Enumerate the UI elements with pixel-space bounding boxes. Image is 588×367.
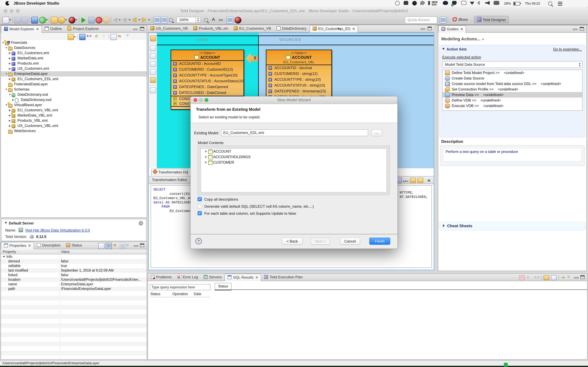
action-item-preview-data-[interactable]: Preview Data >><undefined>: [442, 92, 582, 98]
run-dropdown-icon[interactable]: [46, 19, 48, 20]
tree-item-enterprisedatalayer[interactable]: ▼EnterpriseDataLayer: [1, 71, 147, 76]
annotate-button[interactable]: [58, 17, 65, 24]
pin-property-icon[interactable]: [98, 243, 104, 249]
open-results-folder-icon[interactable]: [544, 275, 549, 280]
tree-mode-icon[interactable]: [106, 243, 112, 249]
results-column-operation[interactable]: Operation: [173, 292, 188, 297]
table-column[interactable]: CDATEOPENED : timestamp(23): [267, 88, 331, 94]
browse-button[interactable]: ...: [371, 129, 382, 136]
vpn-shield-icon[interactable]: [452, 1, 457, 6]
minimize-view-icon[interactable]: [133, 29, 138, 30]
tree-item-eu-customers-vbl-xmi[interactable]: ▶EU_Customers_VBL.xmi: [1, 108, 147, 113]
palette-new-table-icon[interactable]: [150, 45, 156, 51]
back-button[interactable]: [132, 17, 136, 22]
open-perspective-button[interactable]: [440, 17, 447, 24]
link-with-editor-icon[interactable]: ⇆: [118, 34, 123, 40]
action-item-create-source-model-from-teiid-data-sour[interactable]: Create source model from Teiid data sour…: [442, 81, 582, 87]
debug-button[interactable]: [88, 17, 95, 24]
import-transformation-icon[interactable]: [417, 178, 423, 183]
close-icon[interactable]: ✕: [36, 26, 39, 33]
spotlight-search-icon[interactable]: [548, 1, 552, 6]
tree-item-webservices[interactable]: WebServices: [1, 128, 147, 134]
transformation-diagram-tab[interactable]: Transformation Diag: [151, 169, 188, 175]
close-icon[interactable]: ✕: [255, 274, 258, 281]
forward-button[interactable]: [142, 17, 146, 22]
battery-icon[interactable]: [513, 1, 520, 6]
close-icon[interactable]: ✕: [28, 242, 31, 249]
execute-selected-action-link[interactable]: Execute selected action: [442, 55, 481, 59]
value-column-header[interactable]: Value: [61, 249, 70, 254]
close-icon[interactable]: ✕: [352, 25, 355, 33]
bottom-tab-problems[interactable]: Problems: [148, 274, 174, 281]
flat-mode-icon[interactable]: ⇉: [113, 243, 119, 248]
keyboard-icon[interactable]: [494, 1, 499, 6]
editor-tab-eu-customers-vb[interactable]: EU_Customers_VB: [231, 25, 274, 32]
properties-menu-icon[interactable]: ▽: [127, 243, 132, 249]
tree-item-virtualbaselayer[interactable]: ▼VirtualBaseLayer: [1, 102, 147, 108]
zoom-level-combo[interactable]: 100%▲▼: [176, 17, 201, 23]
expand-arrow-icon[interactable]: ▶: [9, 108, 11, 113]
bottom-tab-error-log[interactable]: Error Log: [174, 274, 201, 281]
collapse-all-icon[interactable]: [111, 34, 117, 40]
model-content-account[interactable]: ACCOUNT: [201, 149, 387, 154]
source-account-table[interactable]: <<Table>> ACCOUNT EU_Customers_VBL CACCO…: [266, 50, 332, 101]
existing-model-input[interactable]: EU_Customers_EDL.xmi: [221, 129, 368, 136]
teiid-build-dropdown-icon[interactable]: [75, 19, 77, 20]
pin-results-icon[interactable]: ⇥: [561, 275, 566, 280]
palette-save-diagram-icon[interactable]: [150, 87, 156, 93]
action-sets-header[interactable]: Action Sets: [442, 47, 467, 51]
editor-tab-eu-customers-ed[interactable]: EU_Customers_ED✕: [310, 25, 358, 33]
modeling-actions-title[interactable]: Modeling Actions... ▼: [441, 36, 484, 41]
bottom-menu-icon[interactable]: ▽: [568, 275, 572, 280]
explorer-tab-model-explorer[interactable]: Model Explorer✕: [1, 25, 42, 33]
palette-new-view-icon[interactable]: [150, 53, 156, 59]
table-column[interactable]: CDATEOPENED : DateOpened: [171, 84, 243, 90]
run-last-tool-button[interactable]: [39, 17, 46, 24]
unchecked-checkbox[interactable]: [198, 204, 202, 208]
tree-item-datasources[interactable]: ▼DataSources: [1, 45, 147, 50]
properties-tab-description[interactable]: Description: [34, 242, 63, 249]
zoom-out-icon[interactable]: [169, 17, 175, 24]
property-row-Info[interactable]: Info: [1, 254, 147, 259]
table-column[interactable]: CCUSTOMERID : CustomerID(12): [171, 67, 243, 73]
memory-meter-icon[interactable]: [428, 1, 430, 6]
apple-menu-icon[interactable]: [6, 1, 9, 6]
property-row-last-modified[interactable]: last modifiedSeptember 1, 2016 at 9:22:0…: [1, 268, 147, 273]
back-button[interactable]: < Back: [282, 238, 303, 245]
font-increase-icon[interactable]: A: [212, 17, 218, 23]
action-item-execute-vdb-[interactable]: Execute VDB >><undefined>: [442, 103, 582, 108]
menu-clock[interactable]: Thu 09:22: [525, 1, 540, 6]
new-model-dropdown-icon[interactable]: [74, 36, 76, 38]
table-column[interactable]: CACCOUNTSTATUS : AccountStatus(10): [171, 78, 243, 84]
table-column[interactable]: CACCOUNTTYPE : AccountType(10): [171, 73, 243, 78]
teiid-preview-button[interactable]: [234, 17, 241, 24]
import-icon[interactable]: ⇧: [102, 34, 107, 40]
next-edit-button[interactable]: [122, 17, 127, 22]
explorer-tab-outline[interactable]: Outline: [42, 25, 65, 33]
table-column[interactable]: CACCOUNTID : AccountID: [171, 61, 243, 67]
properties-tab-status[interactable]: Status: [63, 242, 85, 249]
expand-arrow-icon[interactable]: ▶: [9, 56, 11, 61]
tree-item-eu-customers-edl-xmi[interactable]: ▶EU_Customers_EDL.xmi: [1, 76, 147, 82]
export-results-icon[interactable]: [551, 275, 556, 280]
bottom-tab-teiid-execution-plan[interactable]: Teiid Execution Plan: [261, 274, 305, 281]
action-set-combo[interactable]: Model Teiid Data Source▲▼: [442, 61, 582, 68]
property-row-derived[interactable]: derivedfalse: [1, 259, 147, 264]
tree-item-datadictionary-xsd[interactable]: ▶DataDictionary.xsd: [1, 97, 147, 102]
tree-item-marketdata-vbl-xmi[interactable]: ▶MarketData_VBL.xmi: [1, 113, 147, 118]
zoom-in-icon[interactable]: [204, 17, 210, 24]
tray-icon[interactable]: [504, 363, 508, 367]
expand-arrow-icon[interactable]: ▶: [9, 66, 11, 71]
tab-overflow-indicator[interactable]: »4: [337, 26, 341, 31]
refresh-icon[interactable]: ↺: [95, 34, 100, 40]
table-column[interactable]: CDATECLOSED : DateClosed: [171, 90, 243, 96]
expand-arrow-icon[interactable]: [205, 161, 207, 164]
finish-button[interactable]: Finish: [369, 238, 390, 245]
editor-tab-products-vbl-xm[interactable]: Products_VBL.xm: [190, 25, 231, 32]
chat-icon[interactable]: [420, 1, 425, 6]
property-row-editable[interactable]: editabletrue: [1, 264, 147, 268]
editor-tab-us-customers-vb[interactable]: US_Customers_VB: [148, 25, 190, 32]
property-row-name[interactable]: nameEnterpriseDataLayer: [1, 282, 147, 287]
last-edit-dropdown-icon[interactable]: [119, 19, 121, 20]
tree-item-us-customers-vbl-xmi[interactable]: ▶US_Customers_VBL.xmi: [1, 123, 147, 128]
